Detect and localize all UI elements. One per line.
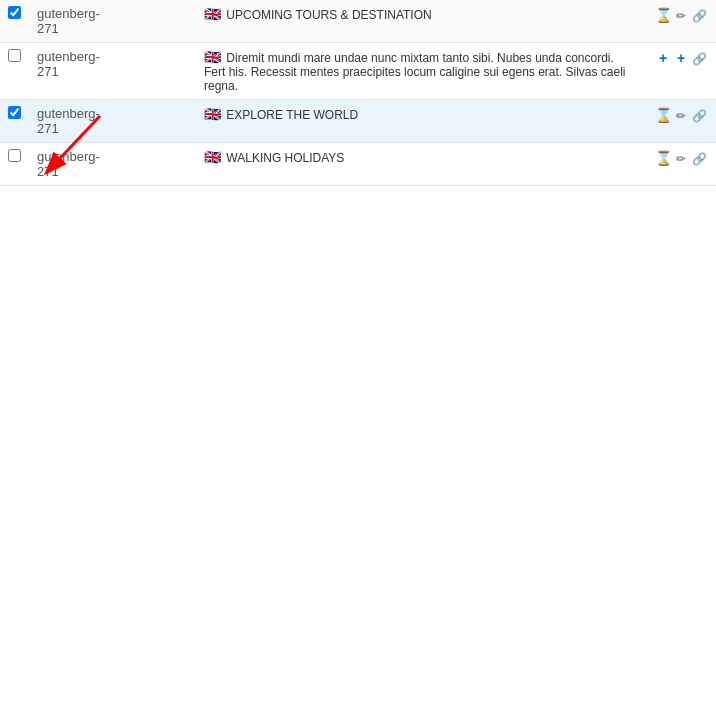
link-icon[interactable]: 🔗 (690, 107, 708, 125)
uk-flag-icon (204, 149, 221, 165)
table-row: gutenberg-271 UPCOMING TOURS & DESTINATI… (0, 0, 716, 43)
hourglass-icon[interactable]: ⌛ (654, 106, 672, 124)
domain-cell: gutenberg-271 (29, 186, 129, 192)
string-cell: EXPLORE THE WORLD (196, 100, 639, 143)
actions-cell: ⌛✏🔗 (639, 143, 716, 186)
row-checkbox[interactable] (8, 106, 21, 119)
link-icon[interactable]: 🔗 (690, 7, 708, 25)
string-cell: Fuerat aestu carentem habentia spectent … (196, 186, 639, 192)
string-text: UPCOMING TOURS & DESTINATION (226, 8, 431, 22)
string-cell: UPCOMING TOURS & DESTINATION (196, 0, 639, 43)
table-row: gutenberg-271 WALKING HOLIDAYS⌛✏🔗 (0, 143, 716, 186)
link-icon[interactable]: 🔗 (690, 50, 708, 68)
string-text: EXPLORE THE WORLD (226, 108, 358, 122)
domain-cell: gutenberg-271 (29, 43, 129, 100)
name-cell (129, 143, 196, 186)
row-checkbox[interactable] (8, 149, 21, 162)
domain-cell: gutenberg-271 (29, 100, 129, 143)
string-cell: WALKING HOLIDAYS (196, 143, 639, 186)
uk-flag-icon (204, 6, 221, 22)
domain-cell: gutenberg-271 (29, 0, 129, 43)
hourglass-icon[interactable]: ⌛ (654, 149, 672, 167)
uk-flag-icon (204, 49, 221, 65)
table-row: gutenberg-271 EXPLORE THE WORLD⌛✏🔗 (0, 100, 716, 143)
add-translation2-icon[interactable]: + (672, 49, 690, 67)
row-checkbox[interactable] (8, 6, 21, 19)
row-checkbox[interactable] (8, 49, 21, 62)
table-row: gutenberg-271 Fuerat aestu carentem habe… (0, 186, 716, 192)
hourglass-icon[interactable]: ⌛ (654, 6, 672, 24)
string-cell: Diremit mundi mare undae nunc mixtam tan… (196, 43, 639, 100)
string-text: Diremit mundi mare undae nunc mixtam tan… (204, 51, 626, 93)
name-cell (129, 186, 196, 192)
actions-cell: ++🔗 (639, 186, 716, 192)
edit-icon[interactable]: ✏ (672, 107, 690, 125)
link-icon[interactable]: 🔗 (690, 150, 708, 168)
actions-cell: ⌛✏🔗 (639, 0, 716, 43)
actions-cell: ++🔗 (639, 43, 716, 100)
table-row: gutenberg-271 Diremit mundi mare undae n… (0, 43, 716, 100)
name-cell (129, 100, 196, 143)
uk-flag-icon (204, 106, 221, 122)
name-cell (129, 0, 196, 43)
domain-cell: gutenberg-271 (29, 143, 129, 186)
edit-icon[interactable]: ✏ (672, 7, 690, 25)
add-translation-icon[interactable]: + (654, 49, 672, 67)
string-text: WALKING HOLIDAYS (226, 151, 344, 165)
actions-cell: ⌛✏🔗 (639, 100, 716, 143)
edit-icon[interactable]: ✏ (672, 150, 690, 168)
name-cell (129, 43, 196, 100)
